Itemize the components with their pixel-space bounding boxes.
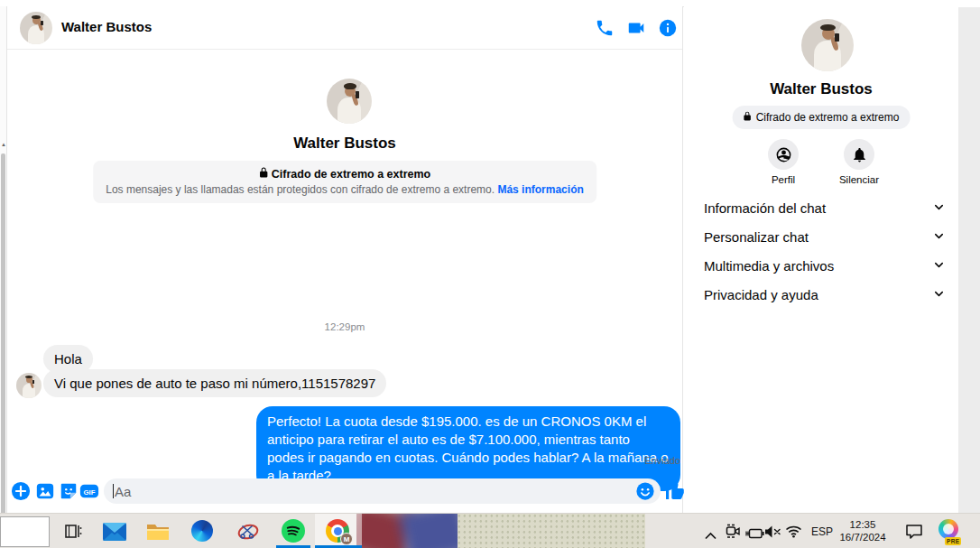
- chat-title[interactable]: Walter Bustos: [61, 19, 152, 34]
- section-label: Información del chat: [704, 200, 826, 216]
- sidebar-sections: Información del chat Personalizar chat M…: [684, 193, 958, 309]
- mute-label: Silenciar: [839, 174, 879, 185]
- chevron-down-icon: [932, 287, 946, 304]
- chevron-down-icon: [932, 229, 946, 246]
- audio-call-icon[interactable]: [595, 18, 615, 38]
- encryption-notice: Cifrado de extremo a extremo Los mensaje…: [93, 161, 596, 203]
- scrollbar-thumb[interactable]: [1, 153, 5, 515]
- meet-now-icon[interactable]: [724, 524, 741, 543]
- chat-header: Walter Bustos: [7, 6, 682, 50]
- profile-label: Perfil: [772, 174, 795, 185]
- wifi-icon[interactable]: [785, 525, 802, 542]
- sidebar-avatar[interactable]: [801, 19, 854, 71]
- chrome-profile-badge: M: [340, 533, 353, 545]
- profile-avatar[interactable]: [327, 79, 372, 124]
- tray-time: 12:35: [833, 519, 892, 532]
- copilot-icon[interactable]: [938, 519, 958, 539]
- avatar[interactable]: [20, 12, 52, 44]
- encryption-body-text: Los mensajes y las llamadas están proteg…: [106, 183, 495, 196]
- message-input-container: [104, 478, 661, 504]
- edge-browser-icon[interactable]: [191, 520, 213, 542]
- chrome-browser-icon[interactable]: M: [326, 519, 349, 543]
- section-privacy-support[interactable]: Privacidad y ayuda: [684, 280, 958, 309]
- snipping-tool-icon[interactable]: [237, 521, 259, 546]
- sticker-icon[interactable]: [59, 481, 79, 501]
- windows-taskbar: M ESP 12:35 16/7/2024 PRE: [0, 513, 980, 548]
- scrollbar-corner: [958, 0, 980, 7]
- more-info-link[interactable]: Más información: [497, 183, 583, 196]
- language-indicator[interactable]: ESP: [811, 525, 833, 538]
- right-scrollbar-track[interactable]: [958, 0, 980, 513]
- spotify-icon[interactable]: [282, 519, 305, 546]
- chat-column: Walter Bustos Walter Bustos Cifrado de e…: [7, 6, 683, 513]
- mute-button[interactable]: Silenciar: [831, 139, 887, 185]
- chevron-down-icon: [932, 258, 946, 275]
- chevron-down-icon: [932, 200, 946, 218]
- profile-icon: [768, 139, 799, 170]
- encryption-title: Cifrado de extremo a extremo: [272, 168, 430, 181]
- clock[interactable]: 12:35 16/7/2024: [833, 519, 892, 543]
- volume-muted-icon[interactable]: [764, 525, 781, 542]
- add-attachment-icon[interactable]: [11, 481, 31, 501]
- scrollbar-up-arrow[interactable]: ▲: [0, 142, 7, 147]
- message-sender-avatar[interactable]: [16, 373, 42, 398]
- mail-app-icon[interactable]: [103, 523, 126, 544]
- action-center-icon[interactable]: [905, 524, 923, 543]
- sidebar-actions: Perfil Silenciar: [684, 139, 958, 185]
- messenger-screen: ▲ Walter Bustos Walter Bustos: [0, 0, 980, 548]
- encryption-body: Los mensajes y las llamadas están proteg…: [106, 183, 584, 196]
- lock-icon: [744, 111, 752, 124]
- section-customize-chat[interactable]: Personalizar chat: [684, 222, 958, 251]
- encryption-badge[interactable]: Cifrado de extremo a extremo: [733, 106, 911, 129]
- battery-plugged-icon[interactable]: [745, 526, 764, 543]
- attach-image-icon[interactable]: [35, 481, 55, 501]
- encryption-badge-label: Cifrado de extremo a extremo: [756, 111, 900, 124]
- taskbar-search-box[interactable]: [0, 516, 50, 547]
- conversation-details-sidebar: Walter Bustos Cifrado de extremo a extre…: [684, 6, 958, 513]
- encryption-title-row: Cifrado de extremo a extremo: [106, 167, 584, 181]
- profile-name: Walter Bustos: [7, 135, 682, 153]
- text-cursor: [113, 484, 114, 498]
- profile-button[interactable]: Perfil: [755, 139, 811, 185]
- section-chat-info[interactable]: Información del chat: [684, 193, 958, 222]
- message-timestamp: 12:29pm: [7, 321, 682, 332]
- sidebar-contact-name: Walter Bustos: [684, 80, 958, 98]
- svg-text:GIF: GIF: [84, 488, 96, 497]
- copilot-pre-badge: PRE: [945, 537, 961, 545]
- task-view-icon[interactable]: [65, 523, 82, 543]
- section-label: Multimedia y archivos: [704, 258, 834, 274]
- received-message[interactable]: Vi que pones de auto te paso mi número,1…: [43, 369, 386, 397]
- gif-icon[interactable]: GIF: [79, 481, 99, 501]
- taskbar-transparent-area: [458, 514, 645, 548]
- tray-date: 16/7/2024: [833, 532, 892, 544]
- section-media-files[interactable]: Multimedia y archivos: [684, 251, 958, 280]
- message-input[interactable]: [115, 478, 620, 504]
- emoji-icon[interactable]: [635, 481, 655, 501]
- conversation-info-icon[interactable]: [658, 18, 678, 38]
- section-label: Personalizar chat: [704, 229, 809, 245]
- hidden-icons-chevron[interactable]: [705, 527, 717, 543]
- left-scrollbar[interactable]: ▲: [0, 6, 7, 513]
- video-call-icon[interactable]: [626, 18, 646, 38]
- bell-icon: [844, 139, 874, 170]
- lock-icon: [259, 167, 268, 181]
- thumbs-up-icon[interactable]: [664, 480, 686, 502]
- file-explorer-icon[interactable]: [146, 523, 170, 544]
- sent-status: Enviado: [644, 455, 680, 466]
- desktop-wallpaper-peek: [356, 514, 458, 548]
- section-label: Privacidad y ayuda: [704, 287, 818, 302]
